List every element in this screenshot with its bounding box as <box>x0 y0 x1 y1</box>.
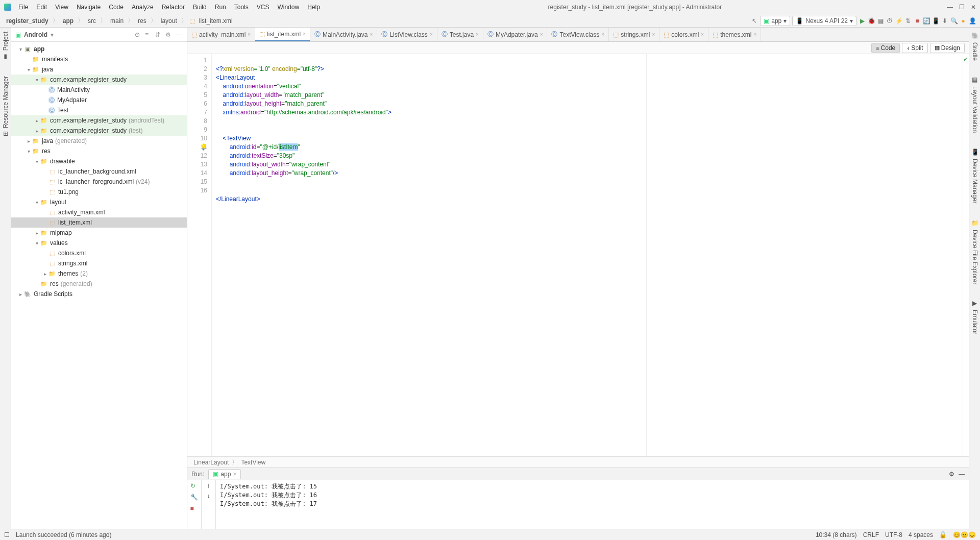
tree-node-java[interactable]: ▾📁java <box>11 64 187 75</box>
tab-close-icon[interactable]: × <box>701 32 704 37</box>
run-stop-icon[interactable]: ■ <box>190 505 199 513</box>
tree-node-colors-xml[interactable]: ⬚colors.xml <box>11 248 187 258</box>
tree-node-drawable[interactable]: ▾📁drawable <box>11 156 187 166</box>
menu-build[interactable]: Build <box>190 3 210 12</box>
tab-mainactivity-java[interactable]: ⒸMainActivity.java× <box>310 28 377 41</box>
bulb-icon[interactable]: 💡 <box>200 143 208 151</box>
tree-node-layout[interactable]: ▾📁layout <box>11 197 187 207</box>
close-icon[interactable]: ✕ <box>971 4 976 11</box>
menu-code[interactable]: Code <box>106 3 127 12</box>
run-tab[interactable]: ▣app× <box>208 469 241 479</box>
tab-myadpater-java[interactable]: ⒸMyAdpater.java× <box>483 28 548 41</box>
back-icon[interactable]: ↖ <box>751 17 758 24</box>
run-icon[interactable]: ▶ <box>859 17 866 24</box>
tab-close-icon[interactable]: × <box>652 32 655 37</box>
run-settings-icon[interactable]: 🔧 <box>190 494 199 502</box>
crumb-app[interactable]: app <box>61 17 76 25</box>
tree-node-ic-launcher-background-xml[interactable]: ⬚ic_launcher_background.xml <box>11 166 187 177</box>
tree-node-test[interactable]: ⒸTest <box>11 105 187 115</box>
tab-themes-xml[interactable]: ⬚themes.xml× <box>708 28 761 41</box>
tab-close-icon[interactable]: × <box>754 32 757 37</box>
tool-layout-validation[interactable]: ▦Layout Validation <box>971 76 978 133</box>
run-output[interactable]: I/System.out: 我被点击了: 15I/System.out: 我被点… <box>216 480 969 529</box>
tree-node-myadpater[interactable]: ⒸMyAdpater <box>11 95 187 105</box>
status-indent[interactable]: 4 spaces <box>909 531 933 538</box>
scroll-down-icon[interactable]: ↓ <box>207 493 210 500</box>
tab-close-icon[interactable]: × <box>303 31 306 37</box>
run-gear-icon[interactable]: ⚙ <box>949 471 954 478</box>
tab-strings-xml[interactable]: ⬚strings.xml× <box>609 28 659 41</box>
view-split-button[interactable]: ⫞ Split <box>902 43 927 53</box>
tab-close-icon[interactable]: × <box>601 32 604 37</box>
gear-icon[interactable]: ⚙ <box>165 31 173 38</box>
tab-listview-class[interactable]: ⒸListView.class× <box>377 28 437 41</box>
crumb-src[interactable]: src <box>86 17 98 25</box>
menu-analyze[interactable]: Analyze <box>129 3 157 12</box>
tab-close-icon[interactable]: × <box>248 32 251 37</box>
tool-gradle[interactable]: 🐘Gradle <box>971 32 978 61</box>
crumb-project[interactable]: register_study <box>4 17 51 25</box>
tree-node-list-item-xml[interactable]: ⬚list_item.xml <box>11 217 187 228</box>
menu-tools[interactable]: Tools <box>231 3 252 12</box>
status-encoding[interactable]: UTF-8 <box>885 531 902 538</box>
code-editor[interactable]: 12345678910111213141516 <?xml version="1… <box>187 54 969 456</box>
apply-changes-icon[interactable]: ⚡ <box>895 17 902 24</box>
menu-window[interactable]: Window <box>274 3 302 12</box>
status-lock-icon[interactable]: 🔓 <box>939 531 947 538</box>
hide-panel-icon[interactable]: — <box>176 31 183 38</box>
project-tree[interactable]: ▾▣app 📁manifests▾📁java▾📁com.example.regi… <box>11 42 187 529</box>
avd-manager-icon[interactable]: 📱 <box>932 17 939 24</box>
tool-project[interactable]: ▮Project <box>2 32 9 61</box>
menu-vcs[interactable]: VCS <box>254 3 273 12</box>
coverage-icon[interactable]: ▦ <box>877 17 884 24</box>
menu-run[interactable]: Run <box>212 3 229 12</box>
tree-node-com-example-register-study[interactable]: ▸📁com.example.register_study(test) <box>11 126 187 136</box>
tab-colors-xml[interactable]: ⬚colors.xml× <box>659 28 708 41</box>
search-icon[interactable]: 🔍 <box>950 17 958 24</box>
tab-close-icon[interactable]: × <box>430 32 433 37</box>
sync-icon[interactable]: 🔄 <box>923 17 930 24</box>
status-line-ending[interactable]: CRLF <box>863 531 879 538</box>
tool-device-manager[interactable]: 📱Device Manager <box>971 148 978 203</box>
tool-resource-manager[interactable]: ⊞Resource Manager <box>2 76 9 136</box>
crumb-textview[interactable]: TextView <box>241 459 265 466</box>
menu-help[interactable]: Help <box>304 3 323 12</box>
tree-node-mipmap[interactable]: ▸📁mipmap <box>11 228 187 238</box>
crumb-main[interactable]: main <box>108 17 126 25</box>
tree-node-com-example-register-study[interactable]: ▸📁com.example.register_study(androidTest… <box>11 115 187 126</box>
menu-file[interactable]: File <box>15 3 31 12</box>
assistant-icon[interactable]: ● <box>960 17 967 24</box>
tree-node-res[interactable]: 📁res(generated) <box>11 279 187 289</box>
attach-debugger-icon[interactable]: ⇅ <box>904 17 912 24</box>
crumb-file[interactable]: list_item.xml <box>197 17 235 25</box>
tab-close-icon[interactable]: × <box>540 32 543 37</box>
tree-node-themes[interactable]: ▸📁themes(2) <box>11 268 187 279</box>
tree-node-ic-launcher-foreground-xml[interactable]: ⬚ic_launcher_foreground.xml(v24) <box>11 177 187 187</box>
profile-icon[interactable]: ⏱ <box>886 17 893 24</box>
tab-activity-main-xml[interactable]: ⬚activity_main.xml× <box>187 28 255 41</box>
menu-edit[interactable]: Edit <box>33 3 50 12</box>
tree-node-com-example-register-study[interactable]: ▾📁com.example.register_study <box>11 75 187 85</box>
tree-node-activity-main-xml[interactable]: ⬚activity_main.xml <box>11 207 187 217</box>
select-opened-icon[interactable]: ⊙ <box>135 31 142 38</box>
tab-textview-class[interactable]: ⒸTextView.class× <box>547 28 609 41</box>
sdk-manager-icon[interactable]: ⬇ <box>941 17 948 24</box>
tree-node-manifests[interactable]: 📁manifests <box>11 54 187 64</box>
tab-list-item-xml[interactable]: ⬚list_item.xml× <box>255 28 310 41</box>
view-design-button[interactable]: ▦ Design <box>930 43 965 53</box>
account-icon[interactable]: 👤 <box>969 17 976 24</box>
tree-node-java[interactable]: ▸📁java(generated) <box>11 136 187 146</box>
crumb-res[interactable]: res <box>136 17 149 25</box>
collapse-icon[interactable]: ⇵ <box>155 31 162 38</box>
tree-node-gradle-scripts[interactable]: ▸🐘Gradle Scripts <box>11 289 187 299</box>
maximize-icon[interactable]: ❐ <box>959 4 965 11</box>
tab-test-java[interactable]: ⒸTest.java× <box>437 28 483 41</box>
stop-icon[interactable]: ■ <box>914 17 921 24</box>
run-config-selector[interactable]: ▣app▾ <box>760 16 790 26</box>
crumb-linearlayout[interactable]: LinearLayout <box>193 459 229 466</box>
tool-device-file-explorer[interactable]: 📁Device File Explorer <box>971 219 978 284</box>
run-hide-icon[interactable]: — <box>959 471 965 478</box>
status-position[interactable]: 10:34 (8 chars) <box>816 531 857 538</box>
minimize-icon[interactable]: — <box>947 4 953 11</box>
expand-icon[interactable]: ≡ <box>145 31 152 38</box>
